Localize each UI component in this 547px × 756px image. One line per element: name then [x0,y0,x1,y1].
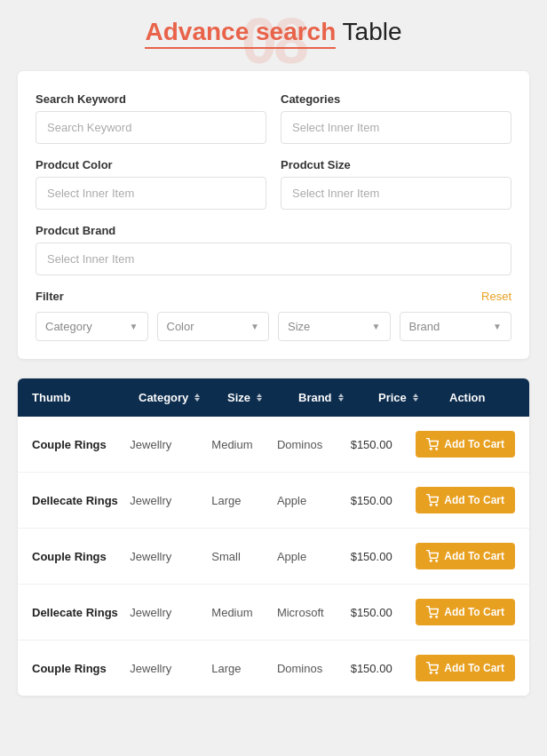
color-group: Prodcut Color Select Inner Item [36,158,266,210]
filter-color-label: Color [167,320,194,333]
td-action: Add To Cart [416,543,515,569]
sort-icon [338,394,344,402]
keyword-group: Search Keyword [36,92,266,144]
keyword-input[interactable] [36,111,266,144]
td-thumb: Dellecate Rings [32,606,130,619]
th-category-label: Category [139,391,188,404]
table-card: Thumb Category Size Brand Price Action [18,378,529,696]
td-price: $150.00 [351,438,416,451]
chevron-down-icon: ▼ [130,322,139,331]
cart-icon [426,494,439,506]
filter-brand-dropdown[interactable]: Brand ▼ [400,312,512,341]
reset-button[interactable]: Reset [481,290,511,303]
title-rest: Table [336,18,401,45]
svg-point-0 [431,448,432,450]
td-price: $150.00 [351,606,416,619]
filter-size-dropdown[interactable]: Size ▼ [278,312,391,341]
td-thumb: Couple Rings [32,662,130,675]
td-size: Medium [211,606,277,619]
sort-icon [194,394,200,402]
categories-group: Categories Select Inner Item [281,92,511,144]
filter-dropdowns: Category ▼ Color ▼ Size ▼ Brand ▼ [36,312,511,341]
sort-icon [257,394,262,402]
td-category: Jewellry [130,662,211,675]
chevron-down-icon: ▼ [372,322,381,331]
filter-row: Filter Reset [36,290,511,303]
filter-color-dropdown[interactable]: Color ▼ [157,312,270,341]
table-row: Couple Rings Jewellry Small Apple $150.0… [18,529,529,585]
color-label: Prodcut Color [36,158,266,171]
td-brand: Microsoft [277,606,351,619]
th-thumb-label: Thumb [32,391,70,404]
brand-group: Prodcut Brand Select Inner Item [36,224,511,275]
table-row: Dellecate Rings Jewellry Medium Microsof… [18,585,529,641]
td-category: Jewellry [130,494,211,507]
th-size-label: Size [227,391,250,404]
size-select[interactable]: Select Inner Item [281,177,511,210]
filter-label: Filter [36,290,64,303]
size-label: Prodcut Size [281,158,511,171]
svg-point-8 [431,672,432,673]
form-row-1: Search Keyword Categories Select Inner I… [36,92,511,144]
td-thumb: Couple Rings [32,550,130,563]
cart-icon [426,662,439,674]
td-category: Jewellry [130,550,211,563]
svg-point-9 [436,672,438,673]
filter-category-label: Category [45,320,92,333]
filter-brand-label: Brand [409,320,440,333]
th-thumb: Thumb [32,391,139,404]
table-row: Couple Rings Jewellry Large Dominos $150… [18,641,529,696]
td-size: Small [211,550,277,563]
title-highlight: Advance search [145,18,336,49]
td-size: Large [211,494,277,507]
td-size: Medium [211,438,277,451]
sort-icon [413,394,418,402]
form-row-2: Prodcut Color Select Inner Item Prodcut … [36,158,511,210]
table-header: Thumb Category Size Brand Price Action [18,378,529,417]
table-row: Couple Rings Jewellry Medium Dominos $15… [18,417,529,473]
th-price-label: Price [378,391,407,404]
td-brand: Apple [277,494,351,507]
cart-icon [426,550,439,562]
brand-label: Prodcut Brand [36,224,511,237]
th-action: Action [449,391,515,404]
th-action-label: Action [449,391,485,404]
page-header: 08 Advance search Table [18,18,529,46]
th-brand-label: Brand [298,391,332,404]
td-category: Jewellry [130,438,211,451]
th-size: Size [227,391,298,404]
td-brand: Dominos [277,438,351,451]
td-price: $150.00 [351,494,416,507]
svg-point-7 [436,616,438,617]
add-to-cart-button[interactable]: Add To Cart [416,543,515,569]
add-to-cart-button[interactable]: Add To Cart [416,599,515,625]
page-title: Advance search Table [18,18,529,46]
categories-select[interactable]: Select Inner Item [281,111,511,144]
add-to-cart-button[interactable]: Add To Cart [416,487,515,513]
table-row: Dellecate Rings Jewellry Large Apple $15… [18,473,529,529]
td-price: $150.00 [351,662,416,675]
color-select[interactable]: Select Inner Item [36,177,266,210]
td-thumb: Couple Rings [32,438,130,451]
td-action: Add To Cart [416,599,515,625]
th-category: Category [139,391,227,404]
filter-size-label: Size [288,320,310,333]
td-action: Add To Cart [416,431,515,458]
td-brand: Dominos [277,662,351,675]
add-to-cart-button[interactable]: Add To Cart [416,655,515,681]
th-price: Price [378,391,449,404]
td-brand: Apple [277,550,351,563]
brand-select[interactable]: Select Inner Item [36,243,511,275]
filter-category-dropdown[interactable]: Category ▼ [36,312,148,341]
add-to-cart-button[interactable]: Add To Cart [416,431,515,458]
td-size: Large [211,662,277,675]
svg-point-1 [436,448,438,450]
form-row-3: Prodcut Brand Select Inner Item [36,224,511,275]
size-group: Prodcut Size Select Inner Item [281,158,511,210]
svg-point-5 [436,560,438,561]
td-price: $150.00 [351,550,416,563]
svg-point-4 [431,560,432,561]
cart-icon [426,438,439,450]
categories-label: Categories [281,92,511,106]
svg-point-6 [431,616,432,617]
